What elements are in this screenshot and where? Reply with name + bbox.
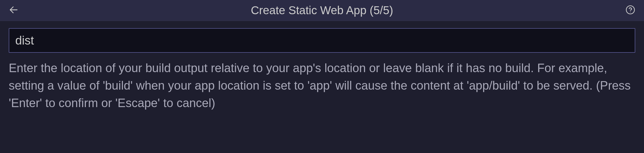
- dialog-header: Create Static Web App (5/5): [0, 0, 644, 21]
- dialog-title: Create Static Web App (5/5): [20, 4, 624, 17]
- back-button[interactable]: [8, 4, 20, 16]
- help-button[interactable]: [624, 4, 636, 16]
- dialog-content: Enter the location of your build output …: [0, 21, 644, 153]
- arrow-left-icon: [8, 5, 19, 16]
- input-description: Enter the location of your build output …: [9, 59, 635, 111]
- svg-point-1: [626, 6, 634, 14]
- build-output-location-input[interactable]: [9, 28, 635, 53]
- help-circle-icon: [625, 5, 635, 16]
